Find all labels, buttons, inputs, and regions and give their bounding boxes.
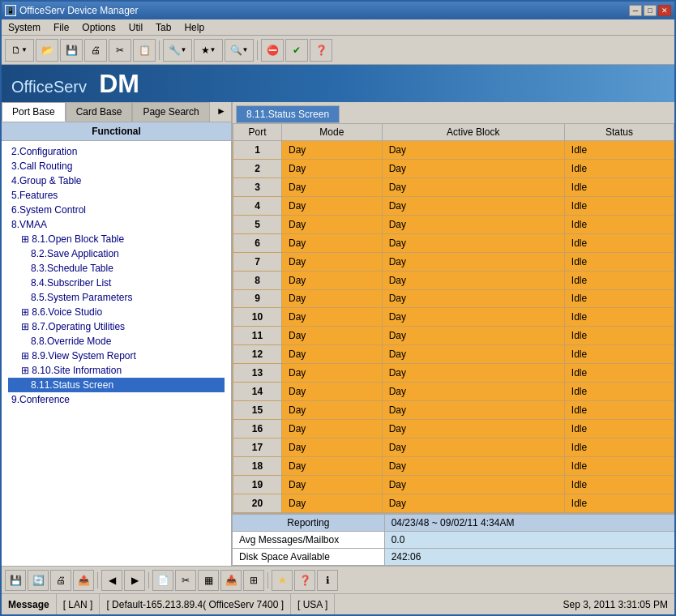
cell-active-block: Day <box>382 364 564 383</box>
nav-item-8-7[interactable]: ⊞ 8.7.Operating Utilities <box>8 319 225 334</box>
bottom-save-btn[interactable]: 💾 <box>5 570 26 591</box>
table-row[interactable]: 11 Day Day Idle <box>233 327 674 345</box>
nav-item-2[interactable]: 2.Configuration <box>8 144 225 159</box>
bottom-sep-3 <box>267 572 268 588</box>
nav-item-4[interactable]: 4.Group & Table <box>8 173 225 188</box>
menu-util[interactable]: Util <box>122 20 149 35</box>
left-tab-arrow[interactable]: ► <box>212 102 231 122</box>
bottom-help-btn[interactable]: ❓ <box>294 570 315 591</box>
table-row[interactable]: 14 Day Day Idle <box>233 383 674 401</box>
table-scroll-area[interactable]: Port Mode Active Block Status 1 Day Day … <box>233 123 674 513</box>
nav-item-6[interactable]: 6.System Control <box>8 203 225 217</box>
bottom-toolbar: 💾 🔄 🖨 📤 ◀ ▶ 📄 ✂ ▦ 📥 ⊞ ★ ❓ ℹ <box>2 566 674 593</box>
nav-item-5[interactable]: 5.Features <box>8 188 225 203</box>
nav-item-8-6[interactable]: ⊞ 8.6.Voice Studio <box>8 305 225 319</box>
nav-item-9[interactable]: 9.Conference <box>8 392 225 407</box>
bottom-prev-btn[interactable]: ◀ <box>101 570 122 591</box>
menu-help[interactable]: Help <box>178 20 211 35</box>
toolbar-search-button[interactable]: 🔍▼ <box>225 39 254 62</box>
bottom-page-btn[interactable]: 📄 <box>152 570 173 591</box>
nav-item-8[interactable]: 8.VMAA <box>8 217 225 232</box>
bottom-refresh-btn[interactable]: 🔄 <box>28 570 49 591</box>
table-row[interactable]: 3 Day Day Idle <box>233 178 674 196</box>
toolbar-separator-1 <box>159 41 160 60</box>
table-row[interactable]: 18 Day Day Idle <box>233 456 674 475</box>
tab-port-base[interactable]: Port Base <box>2 102 66 122</box>
bottom-save-icon: 💾 <box>10 575 22 586</box>
table-row[interactable]: 20 Day Day Idle <box>233 494 674 512</box>
table-row[interactable]: 10 Day Day Idle <box>233 308 674 327</box>
bottom-layout-btn[interactable]: ⊞ <box>243 570 264 591</box>
content-tab-status-screen[interactable]: 8.11.Status Screen <box>236 105 340 123</box>
toolbar-open-button[interactable]: 📂 <box>36 39 58 62</box>
bottom-star-btn[interactable]: ★ <box>272 570 293 591</box>
cell-mode: Day <box>282 159 383 178</box>
header-title: OfficeServ DM <box>11 69 143 99</box>
tab-page-search[interactable]: Page Search <box>132 102 209 122</box>
table-row[interactable]: 5 Day Day Idle <box>233 215 674 233</box>
toolbar-extra-button[interactable]: 🔧▼ <box>163 39 192 62</box>
menu-file[interactable]: File <box>47 20 75 35</box>
help-icon: ❓ <box>315 45 327 56</box>
nav-item-8-4[interactable]: 8.4.Subscriber List <box>8 276 225 290</box>
bottom-grid-btn[interactable]: ▦ <box>198 570 219 591</box>
bottom-refresh-icon: 🔄 <box>32 575 45 586</box>
table-row[interactable]: 13 Day Day Idle <box>233 364 674 383</box>
menu-tab[interactable]: Tab <box>149 20 178 35</box>
table-row[interactable]: 9 Day Day Idle <box>233 289 674 308</box>
nav-item-8-10[interactable]: ⊞ 8.10.Site Information <box>8 363 225 378</box>
table-row[interactable]: 8 Day Day Idle <box>233 271 674 289</box>
table-row[interactable]: 4 Day Day Idle <box>233 196 674 215</box>
bottom-next-btn[interactable]: ▶ <box>124 570 145 591</box>
toolbar-save-button[interactable]: 💾 <box>60 39 83 62</box>
nav-item-8-11[interactable]: 8.11.Status Screen <box>8 378 225 392</box>
table-row[interactable]: 12 Day Day Idle <box>233 345 674 364</box>
header-banner: OfficeServ DM <box>2 65 674 102</box>
table-row[interactable]: 19 Day Day Idle <box>233 475 674 494</box>
cell-port: 17 <box>233 438 282 457</box>
table-row[interactable]: 6 Day Day Idle <box>233 233 674 252</box>
bottom-print-btn[interactable]: 🖨 <box>50 570 71 591</box>
table-row[interactable]: 15 Day Day Idle <box>233 401 674 420</box>
bottom-upload-btn[interactable]: 📤 <box>73 570 94 591</box>
nav-item-3[interactable]: 3.Call Routing <box>8 159 225 173</box>
toolbar-stop-button[interactable]: ⛔ <box>261 39 284 62</box>
menu-options[interactable]: Options <box>75 20 122 35</box>
app-icon: 📱 <box>5 5 16 16</box>
menu-system[interactable]: System <box>2 20 47 35</box>
minimize-button[interactable]: ─ <box>629 5 642 16</box>
maximize-button[interactable]: □ <box>644 5 657 16</box>
toolbar-apply-button[interactable]: ✔ <box>285 39 308 62</box>
toolbar-new-button[interactable]: 🗋▼ <box>5 39 34 62</box>
cell-port: 4 <box>233 196 282 215</box>
cell-active-block: Day <box>382 159 564 178</box>
nav-item-8-2[interactable]: 8.2.Save Application <box>8 246 225 261</box>
table-row[interactable]: 1 Day Day Idle <box>233 141 674 160</box>
table-row[interactable]: 16 Day Day Idle <box>233 420 674 438</box>
status-region: [ USA ] <box>291 594 335 614</box>
bottom-info-btn[interactable]: ℹ <box>317 570 338 591</box>
tab-card-base[interactable]: Card Base <box>66 102 133 122</box>
toolbar-copy-button[interactable]: 📋 <box>133 39 156 62</box>
table-row[interactable]: 2 Day Day Idle <box>233 159 674 178</box>
col-header-mode: Mode <box>282 124 383 141</box>
bottom-upload-icon: 📤 <box>78 575 90 586</box>
nav-item-8-8[interactable]: 8.8.Override Mode <box>8 334 225 349</box>
toolbar-print-button[interactable]: 🖨 <box>84 39 107 62</box>
cell-mode: Day <box>282 494 383 512</box>
toolbar-help-button[interactable]: ❓ <box>310 39 332 62</box>
bottom-download-btn[interactable]: 📥 <box>220 570 242 591</box>
table-row[interactable]: 17 Day Day Idle <box>233 438 674 457</box>
cell-status: Idle <box>564 327 674 345</box>
nav-item-8-1[interactable]: ⊞ 8.1.Open Block Table <box>8 232 225 246</box>
close-button[interactable]: ✕ <box>658 5 671 16</box>
toolbar-star-button[interactable]: ★▼ <box>194 39 223 62</box>
bottom-print-icon: 🖨 <box>56 575 66 586</box>
toolbar-cut-button[interactable]: ✂ <box>109 39 131 62</box>
bottom-cut-btn[interactable]: ✂ <box>175 570 196 591</box>
table-row[interactable]: 7 Day Day Idle <box>233 252 674 271</box>
nav-item-8-5[interactable]: 8.5.System Parameters <box>8 290 225 305</box>
cell-active-block: Day <box>382 252 564 271</box>
nav-item-8-9[interactable]: ⊞ 8.9.View System Report <box>8 349 225 363</box>
nav-item-8-3[interactable]: 8.3.Schedule Table <box>8 261 225 276</box>
